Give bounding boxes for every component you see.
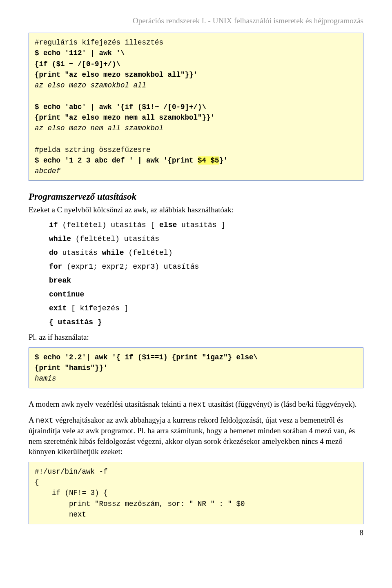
code-line: }' <box>219 156 228 165</box>
code-output: az elso mezo nem all szamokbol <box>35 124 163 132</box>
code-block-next: #!/usr/bin/awk -f { if (NF!= 3) { print … <box>29 462 363 524</box>
code-line: $ echo '112' | awk '\ <box>35 49 125 57</box>
page-number: 8 <box>29 528 363 537</box>
header-subtitle: Operációs rendszerek I. - UNIX felhaszná… <box>29 16 363 25</box>
section-heading: Programszervező utasítások <box>29 192 363 202</box>
list-item: while (feltétel) utasítás <box>49 235 363 243</box>
intro-paragraph: Ezeket a C nyelvből kölcsönzi az awk, az… <box>29 205 363 215</box>
code-line: #reguláris kifejezés illesztés <box>35 38 163 47</box>
code-line: {print "az elso mezo szamokbol all"}}' <box>35 71 198 79</box>
code-output: abcdef <box>35 167 60 175</box>
kw: exit <box>49 304 67 312</box>
kw: else <box>159 221 177 229</box>
list-item: break <box>49 276 363 285</box>
kw: { utasítás } <box>49 318 102 326</box>
txt: (feltétel) utasítás <box>71 235 159 243</box>
code-line: #pelda sztring összefűzesre <box>35 146 151 154</box>
txt: (feltétel) utasítás [ <box>58 221 159 229</box>
code-line: { <box>35 478 39 486</box>
kw: if <box>49 221 58 229</box>
inline-code: next <box>36 416 53 425</box>
txt: utasítás ] <box>177 221 225 229</box>
list-item: do utasítás while (feltétel) <box>49 249 363 257</box>
code-output: az elso mezo szamokbol all <box>35 81 146 89</box>
txt: A <box>29 416 36 424</box>
kw: for <box>49 263 62 271</box>
code-block-regex: #reguláris kifejezés illesztés $ echo '1… <box>29 33 363 181</box>
paragraph-next-detail: A next végrehajtásakor az awk abbahagyja… <box>29 415 363 457</box>
code-line: $ echo '1 2 3 abc def ' | awk '{print <box>35 156 198 165</box>
list-item: { utasítás } <box>49 318 363 326</box>
code-line: $ echo '2.2'| awk '{ if ($1==1) {print "… <box>35 353 258 361</box>
inline-code: next <box>189 401 206 409</box>
kw: break <box>49 276 71 285</box>
kw: while <box>49 235 71 243</box>
code-line: if (NF!= 3) { <box>35 489 108 497</box>
txt: végrehajtásakor az awk abbahagyja a kurr… <box>29 416 355 456</box>
code-line: {print "hamis"}}' <box>35 364 108 372</box>
code-line: $ echo 'abc' | awk '{if ($1!~ /[0-9]+/)\ <box>35 103 206 111</box>
code-highlight: $4 $5 <box>198 156 219 165</box>
code-line: next <box>35 510 86 519</box>
kw: continue <box>49 290 84 298</box>
txt: (feltétel) <box>124 249 173 257</box>
code-line: #!/usr/bin/awk -f <box>35 468 108 476</box>
kw: do <box>49 249 58 257</box>
code-line: print "Rossz mezőszám, sor: " NR " : " $… <box>35 500 245 508</box>
list-item: exit [ kifejezés ] <box>49 304 363 312</box>
kw: while <box>102 249 124 257</box>
list-item: continue <box>49 290 363 298</box>
code-line: {print "az elso mezo nem all szamokbol"}… <box>35 114 215 122</box>
code-block-if: $ echo '2.2'| awk '{ if ($1==1) {print "… <box>29 347 363 389</box>
code-line: {if ($1 ~ /[0-9]+/)\ <box>35 60 120 68</box>
list-item: for (expr1; expr2; expr3) utasítás <box>49 263 363 271</box>
page-container: Operációs rendszerek I. - UNIX felhaszná… <box>0 0 392 546</box>
syntax-list: if (feltétel) utasítás [ else utasítás ]… <box>29 221 363 326</box>
txt: utasítás <box>58 249 102 257</box>
paragraph-next-intro: A modern awk nyelv vezérlési utasításnak… <box>29 399 363 410</box>
list-item: if (feltétel) utasítás [ else utasítás ] <box>49 221 363 229</box>
txt: utasítást (függvényt) is (lásd be/ki füg… <box>206 400 357 408</box>
txt: A modern awk nyelv vezérlési utasításnak… <box>29 400 189 408</box>
code-output: hamis <box>35 374 56 383</box>
txt: [ kifejezés ] <box>67 304 128 312</box>
example-label: Pl. az if használata: <box>29 332 363 343</box>
txt: (expr1; expr2; expr3) utasítás <box>62 263 199 271</box>
